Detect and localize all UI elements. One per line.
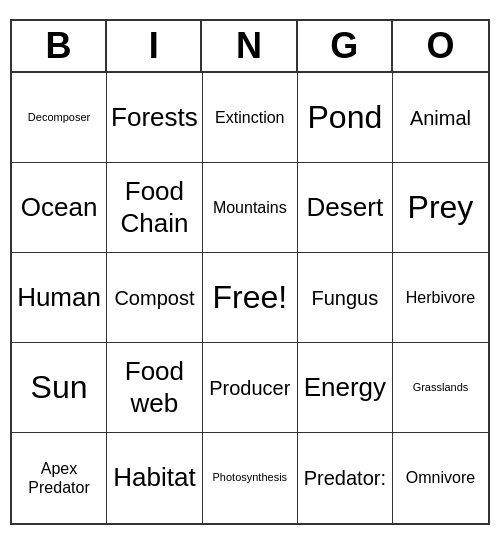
bingo-cell: Pond xyxy=(298,73,393,163)
cell-text: Compost xyxy=(114,286,194,310)
bingo-cell: Forests xyxy=(107,73,203,163)
cell-text: Photosynthesis xyxy=(213,471,288,484)
cell-text: Predator: xyxy=(304,466,386,490)
bingo-cell: Grasslands xyxy=(393,343,488,433)
cell-text: Extinction xyxy=(215,108,284,127)
cell-text: Omnivore xyxy=(406,468,475,487)
bingo-cell: Human xyxy=(12,253,107,343)
cell-text: Prey xyxy=(408,188,474,226)
cell-text: Fungus xyxy=(312,286,379,310)
bingo-cell: Food Chain xyxy=(107,163,203,253)
cell-text: Human xyxy=(17,282,101,313)
bingo-cell: Predator: xyxy=(298,433,393,523)
cell-text: Habitat xyxy=(113,462,195,493)
header-letter: O xyxy=(393,21,488,71)
bingo-cell: Compost xyxy=(107,253,203,343)
cell-text: Food web xyxy=(111,356,198,418)
cell-text: Ocean xyxy=(21,192,98,223)
cell-text: Free! xyxy=(212,278,287,316)
bingo-cell: Mountains xyxy=(203,163,298,253)
bingo-cell: Sun xyxy=(12,343,107,433)
bingo-cell: Herbivore xyxy=(393,253,488,343)
bingo-cell: Producer xyxy=(203,343,298,433)
bingo-cell: Decomposer xyxy=(12,73,107,163)
header-letter: G xyxy=(298,21,393,71)
cell-text: Decomposer xyxy=(28,111,90,124)
bingo-header: BINGO xyxy=(12,21,488,73)
bingo-cell: Prey xyxy=(393,163,488,253)
bingo-cell: Apex Predator xyxy=(12,433,107,523)
bingo-cell: Animal xyxy=(393,73,488,163)
bingo-cell: Ocean xyxy=(12,163,107,253)
cell-text: Food Chain xyxy=(111,176,198,238)
bingo-cell: Omnivore xyxy=(393,433,488,523)
bingo-cell: Energy xyxy=(298,343,393,433)
bingo-cell: Food web xyxy=(107,343,203,433)
header-letter: I xyxy=(107,21,202,71)
bingo-cell: Fungus xyxy=(298,253,393,343)
bingo-cell: Free! xyxy=(203,253,298,343)
cell-text: Herbivore xyxy=(406,288,475,307)
cell-text: Energy xyxy=(304,372,386,403)
cell-text: Sun xyxy=(31,368,88,406)
header-letter: N xyxy=(202,21,297,71)
bingo-cell: Extinction xyxy=(203,73,298,163)
bingo-grid: DecomposerForestsExtinctionPondAnimalOce… xyxy=(12,73,488,523)
cell-text: Mountains xyxy=(213,198,287,217)
cell-text: Desert xyxy=(307,192,384,223)
cell-text: Forests xyxy=(111,102,198,133)
cell-text: Grasslands xyxy=(413,381,469,394)
header-letter: B xyxy=(12,21,107,71)
cell-text: Animal xyxy=(410,106,471,130)
bingo-cell: Desert xyxy=(298,163,393,253)
cell-text: Apex Predator xyxy=(16,459,102,497)
bingo-cell: Habitat xyxy=(107,433,203,523)
cell-text: Producer xyxy=(209,376,290,400)
cell-text: Pond xyxy=(308,98,383,136)
bingo-cell: Photosynthesis xyxy=(203,433,298,523)
bingo-card: BINGO DecomposerForestsExtinctionPondAni… xyxy=(10,19,490,525)
